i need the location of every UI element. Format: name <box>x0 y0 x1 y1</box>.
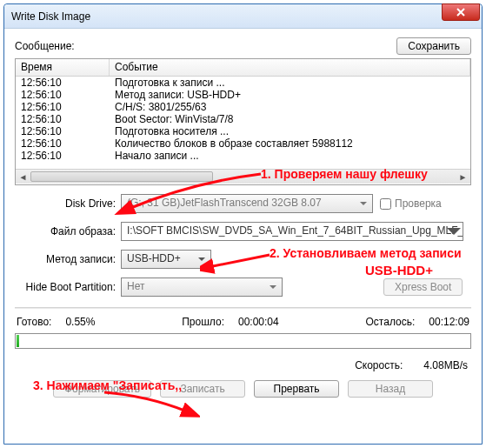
format-button: Форматировать <box>53 380 151 398</box>
back-button: Назад <box>348 380 433 398</box>
scroll-thumb[interactable] <box>30 171 213 182</box>
message-label: Сообщение: <box>15 40 75 52</box>
image-file-input[interactable]: I:\SOFT BMCIS\SW_DVD5_SA_Win_Ent_7_64BIT… <box>121 222 463 241</box>
log-row: 12:56:10Метод записи: USB-HDD+ <box>16 89 470 101</box>
divider <box>15 307 471 309</box>
button-row: Форматировать Записать Прервать Назад <box>15 380 471 398</box>
hide-boot-select[interactable]: Нет <box>121 277 283 297</box>
log-row: 12:56:10Подготовка к записи ... <box>16 77 470 89</box>
window: Write Disk Image Сообщение: Сохранить Вр… <box>3 3 483 445</box>
scroll-right-icon[interactable]: ► <box>456 170 470 184</box>
horizontal-scrollbar[interactable]: ◄ ► <box>16 169 470 184</box>
close-button[interactable] <box>442 3 480 21</box>
verify-checkbox[interactable]: Проверка <box>380 197 442 210</box>
done-value: 0.55% <box>65 316 95 328</box>
chevron-down-icon <box>266 280 280 294</box>
log-col-time[interactable]: Время <box>16 59 110 76</box>
log-header: Время Событие <box>16 59 470 77</box>
write-method-select[interactable]: USB-HDD+ <box>121 250 211 269</box>
log-row: 12:56:10Boot Sector: WinVista/7/8 <box>16 113 470 125</box>
elapsed-value: 00:00:04 <box>238 316 279 328</box>
close-icon <box>456 8 465 17</box>
log-row: 12:56:10Количество блоков в образе соста… <box>16 137 470 150</box>
progress-bar <box>15 333 471 349</box>
xpress-boot-button: Xpress Boot <box>383 278 463 296</box>
abort-button[interactable]: Прервать <box>254 380 339 398</box>
speed-value: 4.08MB/s <box>423 359 468 371</box>
log-body[interactable]: 12:56:10Подготовка к записи ... 12:56:10… <box>16 77 470 169</box>
disk-drive-select[interactable]: (G:, 31 GB)JetFlashTranscend 32GB 8.07 <box>121 194 373 213</box>
chevron-down-icon <box>356 197 370 211</box>
window-title: Write Disk Image <box>11 10 90 23</box>
write-button: Записать <box>160 380 245 398</box>
status-row: Готово: 0.55% Прошло: 00:00:04 Осталось:… <box>15 316 471 333</box>
verify-checkbox-input[interactable] <box>380 198 391 210</box>
disk-drive-label: Disk Drive: <box>15 197 121 210</box>
chevron-down-icon <box>447 224 461 238</box>
speed-label: Скорость: <box>355 359 403 371</box>
progress-fill <box>17 335 19 347</box>
chevron-down-icon <box>195 252 209 266</box>
log-row: 12:56:10Подготовка носителя ... <box>16 125 470 137</box>
scroll-left-icon[interactable]: ◄ <box>16 170 30 184</box>
remaining-value: 00:12:09 <box>429 316 469 328</box>
log-col-event[interactable]: Событие <box>110 59 470 76</box>
image-file-label: Файл образа: <box>15 225 121 237</box>
save-button[interactable]: Сохранить <box>396 37 471 55</box>
remaining-label: Осталось: <box>366 316 416 328</box>
done-label: Готово: <box>17 316 51 328</box>
log-row: 12:56:10C/H/S: 3801/255/63 <box>16 101 470 113</box>
elapsed-label: Прошло: <box>182 316 224 328</box>
log-table: Время Событие 12:56:10Подготовка к запис… <box>15 58 471 185</box>
titlebar[interactable]: Write Disk Image <box>4 4 482 29</box>
log-row: 12:56:10Начало записи ... <box>16 150 470 162</box>
write-method-label: Метод записи: <box>15 253 121 265</box>
hide-boot-label: Hide Boot Partition: <box>15 281 121 293</box>
